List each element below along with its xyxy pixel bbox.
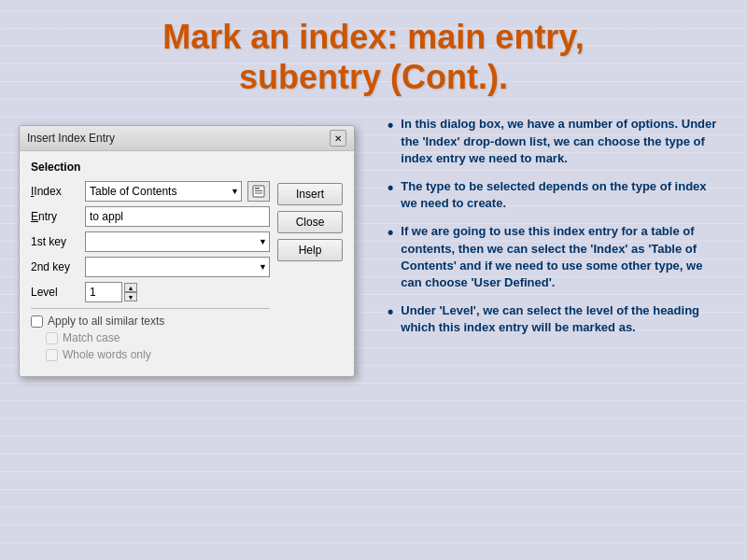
key1-label: 1st key bbox=[31, 235, 79, 248]
dialog-wrapper: Insert Index Entry ✕ Selection IIndex bbox=[9, 116, 364, 386]
match-case-checkbox-row: Match case bbox=[46, 331, 270, 344]
bullet-text: Under 'Level', we can select the level o… bbox=[401, 302, 724, 336]
svg-rect-1 bbox=[255, 188, 260, 189]
key1-field-row: 1st key ▼ bbox=[31, 231, 270, 252]
key1-select[interactable] bbox=[85, 231, 270, 252]
key2-field-row: 2nd key ▼ bbox=[31, 257, 270, 277]
level-label: Level bbox=[31, 286, 79, 299]
bullet-text: In this dialog box, we have a number of … bbox=[401, 116, 724, 167]
dialog-fields: IIndex Table of Contents User Defined ▼ bbox=[31, 181, 270, 365]
dialog-close-button[interactable]: ✕ bbox=[330, 130, 346, 147]
level-decrement-button[interactable]: ▼ bbox=[124, 292, 137, 301]
level-increment-button[interactable]: ▲ bbox=[124, 283, 137, 292]
dialog-titlebar: Insert Index Entry ✕ bbox=[20, 126, 354, 151]
list-item: • In this dialog box, we have a number o… bbox=[388, 116, 724, 167]
whole-words-checkbox-row: Whole words only bbox=[46, 348, 270, 361]
page-title: Mark an index: main entry, subentry (Con… bbox=[0, 0, 747, 106]
list-item: • Under 'Level', we can select the level… bbox=[388, 302, 724, 336]
index-select-wrap: Table of Contents User Defined ▼ bbox=[85, 181, 242, 202]
level-field-row: Level ▲ ▼ bbox=[31, 282, 270, 302]
whole-words-label[interactable]: Whole words only bbox=[63, 348, 151, 361]
level-input[interactable] bbox=[85, 282, 122, 302]
dialog-body: Selection IIndex Table of Contents Use bbox=[20, 151, 354, 376]
bullet-dot-icon: • bbox=[388, 117, 393, 133]
help-button[interactable]: Help bbox=[277, 239, 343, 261]
right-panel: • In this dialog box, we have a number o… bbox=[383, 116, 728, 347]
close-button[interactable]: Close bbox=[277, 211, 343, 233]
entry-input[interactable] bbox=[85, 206, 270, 227]
apply-all-label[interactable]: Apply to all similar texts bbox=[48, 315, 164, 328]
index-select[interactable]: Table of Contents User Defined bbox=[85, 181, 242, 202]
svg-rect-2 bbox=[255, 190, 262, 191]
svg-rect-3 bbox=[255, 193, 262, 194]
whole-words-checkbox[interactable] bbox=[46, 349, 58, 361]
apply-all-checkbox[interactable] bbox=[31, 315, 43, 328]
index-icon-button[interactable] bbox=[247, 181, 270, 202]
dialog-main: IIndex Table of Contents User Defined ▼ bbox=[31, 181, 343, 365]
index-field-row: IIndex Table of Contents User Defined ▼ bbox=[31, 181, 270, 202]
insert-index-dialog: Insert Index Entry ✕ Selection IIndex bbox=[19, 125, 355, 377]
dialog-buttons: Insert Close Help bbox=[277, 181, 343, 261]
list-item: • If we are going to use this index entr… bbox=[388, 223, 724, 291]
insert-button[interactable]: Insert bbox=[277, 183, 343, 205]
entry-label: Entry bbox=[31, 210, 79, 223]
separator bbox=[31, 308, 270, 309]
section-selection-label: Selection bbox=[31, 161, 343, 174]
dialog-title-label: Insert Index Entry bbox=[27, 132, 115, 145]
key2-label: 2nd key bbox=[31, 260, 79, 273]
key2-select[interactable] bbox=[85, 257, 270, 277]
key1-select-wrap: ▼ bbox=[85, 231, 270, 252]
level-spinner: ▲ ▼ bbox=[85, 282, 137, 302]
list-item: • The type to be selected depends on the… bbox=[388, 178, 724, 212]
index-label: IIndex bbox=[31, 185, 79, 198]
bullet-dot-icon: • bbox=[388, 224, 393, 241]
bullet-text: The type to be selected depends on the t… bbox=[401, 178, 724, 212]
match-case-label[interactable]: Match case bbox=[63, 331, 120, 344]
bullet-dot-icon: • bbox=[388, 303, 393, 320]
bullet-dot-icon: • bbox=[388, 179, 393, 196]
level-spinner-buttons: ▲ ▼ bbox=[124, 283, 137, 301]
apply-all-checkbox-row: Apply to all similar texts bbox=[31, 315, 270, 328]
bullet-list: • In this dialog box, we have a number o… bbox=[388, 116, 724, 336]
entry-field-row: Entry bbox=[31, 206, 270, 227]
match-case-checkbox[interactable] bbox=[46, 332, 58, 344]
key2-select-wrap: ▼ bbox=[85, 257, 270, 277]
bullet-text: If we are going to use this index entry … bbox=[401, 223, 724, 291]
